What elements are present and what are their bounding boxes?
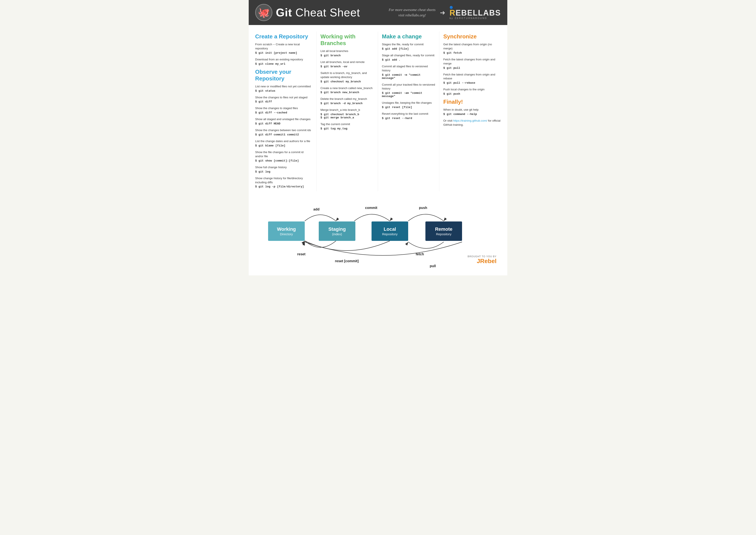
entry-obs-2: Show the changes to files not yet staged… (255, 96, 312, 103)
change-title: Make a change (382, 33, 435, 40)
rebel-text: Rebel (480, 258, 497, 265)
entry-br-4-desc: Create a new branch called new_branch (320, 86, 374, 90)
entry-obs-4-desc: Show all staged and unstaged file change… (255, 117, 312, 122)
label-reset-commit: reset [commit] (335, 259, 359, 263)
header-title: Git Cheat Sheet (276, 6, 360, 19)
jrebel-name: JRebel (468, 258, 497, 265)
tagline-line2: visit rebellabs.org! (398, 13, 426, 17)
arrow-icon: ➜ (440, 9, 445, 16)
entry-obs-1-code: $ git status (255, 89, 312, 93)
box-local-line2: Repository (382, 232, 398, 236)
entry-sync-1-desc: Get the latest changes from origin (no m… (443, 42, 501, 51)
entry-br-2-desc: List all branches, local and remote (320, 60, 374, 64)
entry-obs-8-desc: Show full change history (255, 165, 312, 169)
entry-br-7-code: $ git tag my_tag (320, 127, 374, 130)
entry-finally-1: When in doubt, use git help $ git comman… (443, 108, 501, 116)
label-push: push (419, 206, 427, 210)
entry-ch-2-code: $ git add . (382, 58, 435, 62)
entry-ch-6: Revert everything to the last commit $ g… (382, 112, 435, 120)
entry-ch-3-code: $ git commit -m "commit message" (382, 73, 435, 80)
title-bold: Git (276, 6, 292, 19)
main-content: Create a Repository From scratch -- Crea… (249, 25, 507, 191)
j-letter: J (477, 258, 480, 265)
entry-obs-5-code: $ git diff commit1 commit2 (255, 133, 312, 136)
entry-finally-1-code: $ git command --help (443, 113, 501, 116)
entry-br-6-code: $ git checkout branch_b$ git merge branc… (320, 113, 374, 119)
box-working-line2: Directory (280, 232, 293, 236)
box-staging: Staging (index) (319, 221, 355, 241)
entry-ch-1-code: $ git add [file] (382, 47, 435, 50)
entry-br-2-code: $ git branch -av (320, 65, 374, 68)
finally-title: Finally! (443, 99, 501, 105)
sync-title: Synchronize (443, 33, 501, 40)
label-add: add (313, 208, 319, 211)
entry-br-5: Delete the branch called my_branch $ git… (320, 97, 374, 105)
entry-ch-4-desc: Commit all your tracked files to version… (382, 83, 435, 91)
entry-obs-5: Show the changes between two commit ids … (255, 128, 312, 136)
entry-br-1: List all local branches $ git branch (320, 49, 374, 57)
entry-ch-6-desc: Revert everything to the last commit (382, 112, 435, 116)
box-working-line1: Working (277, 226, 296, 232)
diagram-section: add commit push Working Directory Stagin… (249, 191, 507, 275)
entry-sync-4-desc: Push local changes to the origin (443, 88, 501, 92)
branches-title: Working with Branches (320, 33, 374, 46)
entry-ch-2-desc: Stage all changed files, ready for commi… (382, 53, 435, 58)
box-local: Local Repository (371, 221, 408, 241)
diagram-container: add commit push Working Directory Stagin… (255, 196, 501, 269)
entry-sync-2-desc: Fetch the latest changes from origin and… (443, 58, 501, 66)
column-4: Synchronize Get the latest changes from … (440, 32, 501, 191)
entry-br-1-desc: List all local branches (320, 49, 374, 53)
entry-obs-9-desc: Show change history for file/directory i… (255, 176, 312, 184)
entry-obs-1: List new or modified files not yet commi… (255, 85, 312, 93)
jrebel-footer: BROUGHT TO YOU BY JRebel (468, 255, 497, 265)
column-2: Working with Branches List all local bra… (316, 32, 378, 191)
entry-sync-1: Get the latest changes from origin (no m… (443, 42, 501, 55)
label-fetch: fetch (416, 252, 424, 256)
entry-obs-6-desc: List the change dates and authors for a … (255, 139, 312, 143)
box-remote: Remote Repository (425, 221, 462, 241)
label-pull: pull (430, 264, 436, 268)
github-training-link[interactable]: https://training.github.com/ (453, 119, 487, 122)
rebel-logo: 🔵 REBELLABS by ZEROTURNAROUND (449, 6, 501, 19)
entry-create-2-desc: Download from an existing repository (255, 58, 312, 62)
entry-br-3-desc: Switch to a branch, my_branch, and updat… (320, 71, 374, 79)
entry-sync-2-code: $ git pull (443, 67, 501, 70)
header-right: For more awesome cheat sheets visit rebe… (389, 6, 501, 19)
entry-ch-2: Stage all changed files, ready for commi… (382, 53, 435, 62)
entry-br-3-code: $ git checkout my_branch (320, 80, 374, 83)
entry-obs-6-code: $ git blame [file] (255, 144, 312, 147)
entry-br-4: Create a new branch called new_branch $ … (320, 86, 374, 94)
rebel-logo-name: REBELLABS (449, 9, 501, 17)
entry-ch-5-desc: Unstages file, keeping the file changes (382, 101, 435, 105)
entry-br-6-desc: Merge branch_a into branch_b (320, 108, 374, 112)
logo-circle: 🐙 (255, 4, 272, 21)
entry-ch-4-code: $ git commit -am "commit message" (382, 92, 435, 98)
title-rest: Cheat Sheet (292, 6, 360, 19)
box-remote-line1: Remote (435, 226, 452, 232)
box-remote-line2: Repository (436, 232, 451, 236)
entry-sync-2: Fetch the latest changes from origin and… (443, 58, 501, 70)
entry-obs-4: Show all staged and unstaged file change… (255, 117, 312, 125)
column-1: Create a Repository From scratch -- Crea… (255, 32, 316, 191)
entry-br-4-code: $ git branch new_branch (320, 91, 374, 94)
entry-ch-3: Commit all staged files to versioned his… (382, 65, 435, 80)
jrebel-brought: BROUGHT TO YOU BY (468, 255, 497, 258)
create-title: Create a Repository (255, 33, 312, 40)
entry-ch-4: Commit all your tracked files to version… (382, 83, 435, 98)
entry-obs-7-desc: Show the file changes for a commit id an… (255, 150, 312, 158)
entry-obs-9: Show change history for file/directory i… (255, 176, 312, 188)
entry-obs-7: Show the file changes for a commit id an… (255, 150, 312, 162)
entry-br-5-code: $ git branch -d my_branch (320, 102, 374, 105)
entry-create-2-code: $ git clone my_url (255, 62, 312, 66)
entry-ch-1-desc: Stages the file, ready for commit (382, 42, 435, 46)
entry-obs-6: List the change dates and authors for a … (255, 139, 312, 147)
entry-ch-1: Stages the file, ready for commit $ git … (382, 42, 435, 50)
entry-obs-2-code: $ git diff (255, 100, 312, 103)
entry-br-7-desc: Tag the current commit (320, 122, 374, 127)
entry-br-1-code: $ git branch (320, 54, 374, 57)
entry-br-5-desc: Delete the branch called my_branch (320, 97, 374, 101)
entry-obs-3-desc: Show the changes to staged files (255, 106, 312, 110)
entry-sync-1-code: $ git fetch (443, 51, 501, 55)
box-local-line1: Local (384, 226, 396, 232)
entry-ch-5-code: $ git reset [file] (382, 106, 435, 109)
